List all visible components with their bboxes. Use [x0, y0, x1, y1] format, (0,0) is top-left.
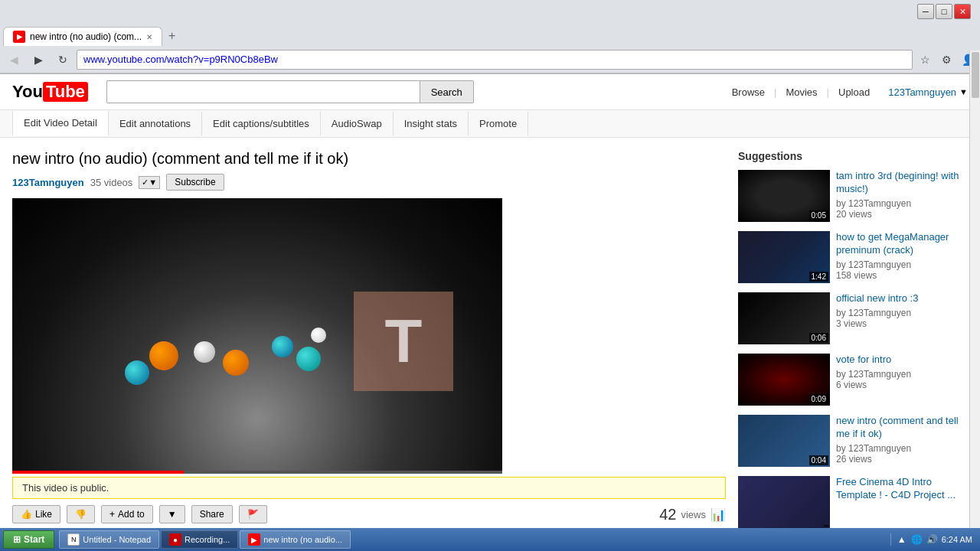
suggestion-item-2[interactable]: 0:06 official new intro :3 by 123Tamnguy…: [738, 292, 968, 344]
new-tab-button[interactable]: +: [162, 26, 181, 46]
views-label: views: [681, 509, 706, 520]
youtube-icon: ▶: [248, 533, 260, 546]
scrollbar[interactable]: [969, 51, 980, 528]
taskbar-clock: 6:24 AM: [942, 534, 972, 545]
orb-1: [149, 341, 178, 370]
add-to-dropdown[interactable]: ▼: [159, 505, 185, 523]
subscribe-button[interactable]: Subscribe: [166, 174, 224, 191]
nav-edit-video-detail[interactable]: Edit Video Detail: [12, 111, 109, 136]
public-notice-text: This video is public.: [22, 482, 109, 494]
maximize-button[interactable]: □: [936, 4, 952, 19]
nav-promote[interactable]: Promote: [469, 112, 528, 135]
views-count-area: 42 views 📊: [659, 506, 726, 523]
forward-button[interactable]: ▶: [28, 50, 49, 70]
tab-bar: ▶ new intro (no audio) (com... ✕ +: [0, 23, 980, 46]
share-button[interactable]: Share: [191, 505, 233, 523]
sug-info-4: new intro (comment and tell me if it ok)…: [836, 415, 968, 467]
search-container: Search: [106, 80, 474, 103]
suggestion-item-0[interactable]: 0:05 tam intro 3rd (begining! with music…: [738, 170, 968, 222]
sug-duration-2: 0:06: [809, 333, 828, 343]
nav-insight-stats[interactable]: Insight stats: [394, 112, 469, 135]
user-dropdown-icon[interactable]: ▼: [959, 87, 968, 96]
nav-bar: ◀ ▶ ↻ www.youtube.com/watch?v=p9RN0Cb8eB…: [0, 46, 980, 73]
video-nav: Edit Video Detail Edit annotations Edit …: [0, 110, 980, 138]
taskbar: ⊞ Start N Untitled - Notepad ● Recording…: [0, 528, 980, 551]
minimize-button[interactable]: ─: [917, 4, 934, 19]
wrench-icon[interactable]: ⚙: [937, 51, 956, 69]
channel-link[interactable]: 123Tamnguyen: [12, 177, 84, 188]
upload-link[interactable]: Upload: [838, 86, 870, 98]
orb-2: [125, 360, 149, 385]
sug-title-4[interactable]: new intro (comment and tell me if it ok): [836, 415, 968, 441]
yt-header: YouTube Search Browse | Movies | Upload …: [0, 74, 980, 110]
close-button[interactable]: ✕: [954, 4, 971, 19]
sug-duration-5: [824, 525, 828, 527]
nav-audioswap[interactable]: AudioSwap: [321, 112, 394, 135]
taskbar-items: N Untitled - Notepad ● Recording... ▶ ne…: [56, 530, 888, 549]
username-display[interactable]: 123Tamnguyen: [888, 86, 956, 98]
active-tab[interactable]: ▶ new intro (no audio) (com... ✕: [3, 27, 162, 46]
sug-title-1[interactable]: how to get MegaManager preminum (crack): [836, 231, 968, 257]
sug-views-1: 158 views: [836, 270, 968, 281]
suggestion-item-1[interactable]: 1:42 how to get MegaManager preminum (cr…: [738, 231, 968, 283]
channel-dropdown-icon[interactable]: ✓▼: [139, 176, 160, 189]
start-icon: ⊞: [13, 534, 21, 545]
sug-duration-0: 0:05: [809, 210, 828, 220]
flag-button[interactable]: 🚩: [239, 505, 267, 523]
start-button[interactable]: ⊞ Start: [3, 530, 54, 549]
sug-title-3[interactable]: vote for intro: [836, 354, 968, 367]
sug-views-4: 26 views: [836, 454, 968, 465]
channel-row: 123Tamnguyen 35 videos ✓▼ Subscribe: [12, 174, 726, 191]
bookmark-icon[interactable]: ☆: [916, 51, 934, 69]
tab-title: new intro (no audio) (com...: [30, 31, 142, 42]
taskbar-item-recording[interactable]: ● Recording...: [161, 530, 238, 549]
orb-4: [223, 350, 249, 376]
taskbar-item-youtube[interactable]: ▶ new intro (no audio...: [240, 530, 351, 549]
reload-button[interactable]: ↻: [52, 50, 74, 70]
sug-info-5: Free Cinema 4D Intro Template ! - C4D Pr…: [836, 476, 968, 528]
sug-info-2: official new intro :3 by 123Tamnguyen 3 …: [836, 292, 968, 344]
sug-views-3: 6 views: [836, 380, 968, 390]
tray-volume-icon[interactable]: 🔊: [926, 533, 939, 546]
sug-title-5[interactable]: Free Cinema 4D Intro Template ! - C4D Pr…: [836, 476, 968, 502]
player-scene: T: [12, 198, 502, 474]
views-number: 42: [659, 506, 676, 523]
title-bar: ─ □ ✕: [0, 0, 980, 23]
suggestion-item-4[interactable]: 0:04 new intro (comment and tell me if i…: [738, 415, 968, 467]
suggestions-sidebar: Suggestions 0:05 tam intro 3rd (begining…: [738, 150, 968, 546]
like-button[interactable]: 👍 Like: [12, 505, 60, 523]
sug-views-0: 20 views: [836, 209, 968, 220]
scrollbar-thumb[interactable]: [972, 52, 979, 98]
url-bar[interactable]: www.youtube.com/watch?v=p9RN0Cb8eBw: [77, 50, 913, 70]
logo-tube: Tube: [43, 82, 88, 102]
sug-info-0: tam intro 3rd (begining! with music!) by…: [836, 170, 968, 222]
dislike-button[interactable]: 👎: [67, 505, 95, 523]
yt-logo[interactable]: YouTube: [12, 82, 88, 102]
taskbar-item-notepad[interactable]: N Untitled - Notepad: [59, 530, 159, 549]
back-button[interactable]: ◀: [3, 50, 24, 70]
sug-thumb-3: 0:09: [738, 354, 830, 406]
suggestion-item-5[interactable]: Free Cinema 4D Intro Template ! - C4D Pr…: [738, 476, 968, 528]
tray-network-icon[interactable]: 🌐: [911, 533, 923, 546]
player-progress-bar[interactable]: [12, 471, 502, 474]
graph-icon[interactable]: 📊: [710, 507, 726, 522]
nav-edit-annotations[interactable]: Edit annotations: [109, 112, 202, 135]
window-controls[interactable]: ─ □ ✕: [917, 4, 971, 19]
orb-3: [194, 341, 215, 363]
sug-info-1: how to get MegaManager preminum (crack) …: [836, 231, 968, 283]
recording-icon: ●: [169, 533, 181, 546]
nav-edit-captions[interactable]: Edit captions/subtitles: [202, 112, 321, 135]
taskbar-tray: ▲ 🌐 🔊 6:24 AM: [890, 533, 977, 546]
search-input[interactable]: [106, 80, 420, 103]
notepad-icon: N: [67, 533, 80, 546]
sug-title-2[interactable]: official new intro :3: [836, 292, 968, 305]
movies-link[interactable]: Movies: [786, 86, 817, 98]
public-notice-bar: This video is public.: [12, 477, 726, 499]
sug-title-0[interactable]: tam intro 3rd (begining! with music!): [836, 170, 968, 196]
add-to-button[interactable]: + Add to: [101, 505, 153, 523]
video-player[interactable]: T: [12, 198, 502, 474]
suggestion-item-3[interactable]: 0:09 vote for intro by 123Tamnguyen 6 vi…: [738, 354, 968, 406]
search-button[interactable]: Search: [420, 80, 474, 103]
browse-link[interactable]: Browse: [732, 86, 765, 98]
tab-close-icon[interactable]: ✕: [146, 33, 152, 41]
